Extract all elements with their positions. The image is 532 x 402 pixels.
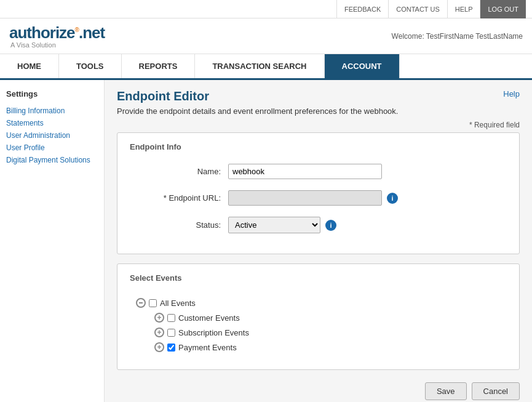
contact-button[interactable]: CONTACT US — [389, 0, 448, 18]
top-bar: FEEDBACK CONTACT US HELP LOG OUT — [0, 0, 532, 18]
url-input[interactable] — [228, 190, 382, 206]
main-nav: HOME TOOLS REPORTS TRANSACTION SEARCH AC… — [0, 54, 532, 80]
subscription-events-expand-icon[interactable] — [154, 328, 164, 337]
action-buttons: Save Cancel — [117, 379, 520, 402]
page-header: Endpoint Editor Help — [117, 89, 520, 103]
page-description: Provide the endpoint details and event e… — [117, 107, 520, 116]
main-layout: Settings Billing Information Statements … — [0, 80, 532, 402]
sidebar: Settings Billing Information Statements … — [0, 80, 105, 402]
name-input[interactable] — [228, 164, 382, 179]
status-label: Status: — [130, 220, 228, 230]
page-title: Endpoint Editor — [117, 89, 209, 103]
content-area: Endpoint Editor Help Provide the endpoin… — [105, 80, 532, 402]
subscription-events-checkbox[interactable] — [167, 329, 175, 337]
nav-home[interactable]: HOME — [0, 54, 59, 78]
url-row: * Endpoint URL: i — [130, 190, 507, 206]
help-button[interactable]: HELP — [448, 0, 481, 18]
select-events-title: Select Events — [130, 273, 507, 286]
status-select[interactable]: Active Inactive — [228, 217, 320, 233]
nav-tools[interactable]: TOOLS — [59, 54, 122, 78]
logo-bar: authorize®.net A Visa Solution Welcome: … — [0, 18, 532, 54]
status-info-icon[interactable]: i — [325, 220, 336, 231]
sidebar-item-user-admin[interactable]: User Administration — [6, 129, 98, 142]
customer-events-checkbox[interactable] — [167, 314, 175, 322]
sidebar-item-user-profile[interactable]: User Profile — [6, 142, 98, 154]
required-note: * Required field — [117, 121, 520, 129]
all-events-label: All Events — [160, 299, 196, 308]
nav-account[interactable]: ACCOUNT — [325, 54, 400, 78]
url-label: * Endpoint URL: — [130, 193, 228, 203]
customer-events-expand-icon[interactable] — [154, 313, 164, 323]
url-info-icon[interactable]: i — [387, 193, 398, 204]
name-row: Name: — [130, 164, 507, 179]
payment-events-label: Payment Events — [178, 343, 237, 352]
all-events-row: All Events — [136, 298, 501, 308]
cancel-button[interactable]: Cancel — [472, 382, 520, 400]
endpoint-info-title: Endpoint Info — [130, 142, 507, 155]
status-row: Status: Active Inactive i — [130, 217, 507, 233]
logo: authorize®.net A Visa Solution — [9, 23, 105, 49]
name-label: Name: — [130, 167, 228, 176]
all-events-collapse-icon[interactable] — [136, 298, 146, 308]
events-tree: All Events Customer Events Subscription … — [130, 295, 507, 360]
sidebar-item-digital-payment[interactable]: Digital Payment Solutions — [6, 154, 98, 166]
sidebar-item-statements[interactable]: Statements — [6, 117, 98, 129]
payment-events-checkbox[interactable] — [167, 344, 175, 352]
subscription-events-row: Subscription Events — [154, 328, 501, 337]
welcome-text: Welcome: TestFirstName TestLastName — [392, 32, 523, 41]
logo-text: authorize®.net — [9, 23, 105, 42]
logo-subtitle: A Visa Solution — [9, 41, 105, 49]
top-bar-actions: FEEDBACK CONTACT US HELP LOG OUT — [336, 0, 526, 18]
save-button[interactable]: Save — [425, 382, 467, 400]
customer-events-row: Customer Events — [154, 313, 501, 323]
nav-transaction-search[interactable]: TRANSACTION SEARCH — [195, 54, 324, 78]
all-events-checkbox[interactable] — [149, 299, 157, 307]
help-link[interactable]: Help — [503, 89, 520, 98]
logout-button[interactable]: LOG OUT — [480, 0, 526, 18]
sidebar-item-billing[interactable]: Billing Information — [6, 105, 98, 117]
sidebar-title: Settings — [6, 89, 98, 98]
subscription-events-label: Subscription Events — [178, 328, 249, 337]
select-events-panel: Select Events All Events Customer Events — [117, 263, 520, 370]
endpoint-info-panel: Endpoint Info Name: * Endpoint URL: i St… — [117, 132, 520, 254]
payment-events-row: Payment Events — [154, 342, 501, 352]
payment-events-expand-icon[interactable] — [154, 342, 164, 352]
nav-reports[interactable]: REPORTS — [122, 54, 196, 78]
feedback-button[interactable]: FEEDBACK — [336, 0, 389, 18]
customer-events-label: Customer Events — [178, 313, 240, 323]
